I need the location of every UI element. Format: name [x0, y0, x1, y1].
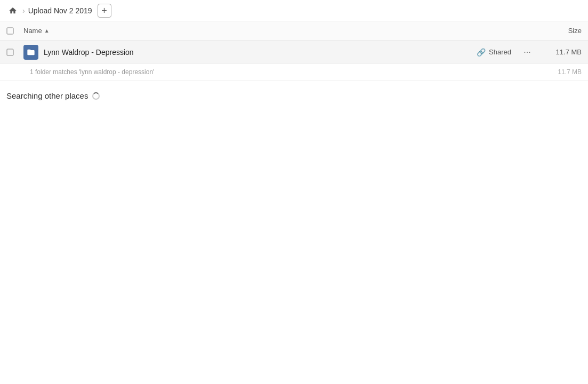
file-size: 11.7 MB	[539, 48, 582, 56]
shared-area: 🔗 Shared	[477, 48, 511, 57]
sort-arrow-icon: ▲	[44, 28, 50, 34]
match-size: 11.7 MB	[539, 68, 582, 76]
shared-label: Shared	[489, 48, 511, 56]
row-checkbox[interactable]	[6, 49, 19, 56]
svg-rect-1	[7, 49, 13, 55]
svg-rect-0	[7, 28, 13, 34]
searching-title: Searching other places	[6, 91, 88, 100]
select-all-checkbox[interactable]	[6, 27, 19, 35]
breadcrumb-separator: ›	[22, 6, 25, 15]
breadcrumb-item[interactable]: Upload Nov 2 2019	[28, 6, 92, 15]
loading-spinner	[92, 92, 100, 100]
name-column-header[interactable]: Name ▲	[23, 27, 539, 35]
column-headers: Name ▲ Size	[0, 21, 588, 41]
add-button[interactable]: +	[98, 4, 111, 18]
file-row[interactable]: Lynn Waldrop - Depression 🔗 Shared ··· 1…	[0, 41, 588, 64]
size-column-header[interactable]: Size	[539, 27, 582, 35]
more-options-button[interactable]: ···	[520, 45, 535, 60]
home-button[interactable]	[6, 4, 19, 17]
match-text: 1 folder matches 'lynn waldrop - depress…	[30, 68, 539, 76]
folder-icon	[23, 45, 38, 60]
searching-section: Searching other places	[0, 81, 588, 106]
file-name: Lynn Waldrop - Depression	[44, 48, 477, 57]
match-row: 1 folder matches 'lynn waldrop - depress…	[0, 64, 588, 81]
link-icon: 🔗	[477, 48, 486, 57]
top-bar: › Upload Nov 2 2019 +	[0, 0, 588, 21]
